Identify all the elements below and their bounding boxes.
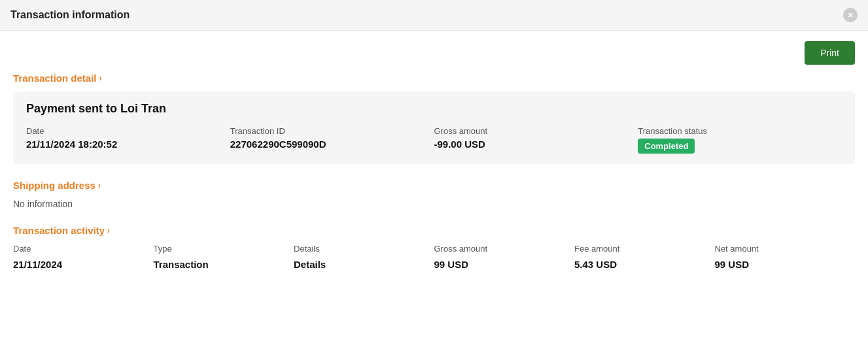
transaction-status-label: Transaction status (638, 126, 842, 136)
activity-col-fee-amount: Fee amount (574, 244, 715, 254)
print-row: Print (13, 41, 855, 65)
card-fields: Date 21/11/2024 18:20:52 Transaction ID … (26, 126, 842, 154)
chevron-right-icon-activity: › (107, 226, 110, 235)
transaction-detail-section-header[interactable]: Transaction detail › (13, 73, 855, 84)
date-label: Date (26, 126, 230, 136)
date-field: Date 21/11/2024 18:20:52 (26, 126, 230, 154)
chevron-right-icon: › (99, 74, 102, 83)
gross-amount-label: Gross amount (434, 126, 638, 136)
modal-title: Transaction information (10, 9, 130, 21)
row-fee-amount: 5.43 USD (574, 259, 715, 270)
transaction-id-field: Transaction ID 227062290C599090D (230, 126, 434, 154)
modal-header: Transaction information × (0, 0, 868, 31)
status-badge-wrapper: Completed (638, 139, 842, 154)
activity-table-header: Date Type Details Gross amount Fee amoun… (13, 244, 855, 254)
activity-col-date: Date (13, 244, 154, 254)
transaction-status-field: Transaction status Completed (638, 126, 842, 154)
chevron-right-icon-shipping: › (98, 181, 101, 190)
transaction-activity-section-header[interactable]: Transaction activity › (13, 225, 855, 236)
row-gross-amount: 99 USD (434, 259, 575, 270)
transaction-activity-label: Transaction activity (13, 225, 105, 236)
gross-amount-value: -99.00 USD (434, 139, 638, 150)
close-button[interactable]: × (843, 8, 858, 22)
transaction-activity-section: Transaction activity › Date Type Details… (13, 225, 855, 270)
activity-col-gross-amount: Gross amount (434, 244, 575, 254)
print-button[interactable]: Print (805, 41, 855, 65)
no-information-text: No information (13, 199, 855, 209)
card-heading: Payment sent to Loi Tran (26, 102, 842, 116)
modal-content: Print Transaction detail › Payment sent … (0, 31, 868, 291)
date-date: 21/11/2024 (26, 139, 75, 150)
table-row: 21/11/2024 Transaction Details 99 USD 5.… (13, 259, 855, 270)
shipping-address-section: Shipping address › No information (13, 180, 855, 209)
row-details: Details (294, 259, 434, 270)
transaction-card: Payment sent to Loi Tran Date 21/11/2024… (13, 91, 855, 164)
transaction-id-label: Transaction ID (230, 126, 434, 136)
shipping-address-label: Shipping address (13, 180, 95, 191)
transaction-id-value: 227062290C599090D (230, 139, 434, 150)
row-net-amount: 99 USD (715, 259, 856, 270)
row-date: 21/11/2024 (13, 259, 154, 270)
gross-amount-field: Gross amount -99.00 USD (434, 126, 638, 154)
date-value: 21/11/2024 18:20:52 (26, 139, 230, 150)
shipping-address-section-header[interactable]: Shipping address › (13, 180, 855, 191)
date-time: 18:20:52 (78, 139, 117, 150)
activity-table: Date Type Details Gross amount Fee amoun… (13, 244, 855, 270)
status-badge: Completed (638, 139, 695, 154)
row-type: Transaction (154, 259, 294, 270)
activity-col-details: Details (294, 244, 434, 254)
activity-col-type: Type (154, 244, 294, 254)
transaction-detail-label: Transaction detail (13, 73, 97, 84)
activity-col-net-amount: Net amount (715, 244, 856, 254)
